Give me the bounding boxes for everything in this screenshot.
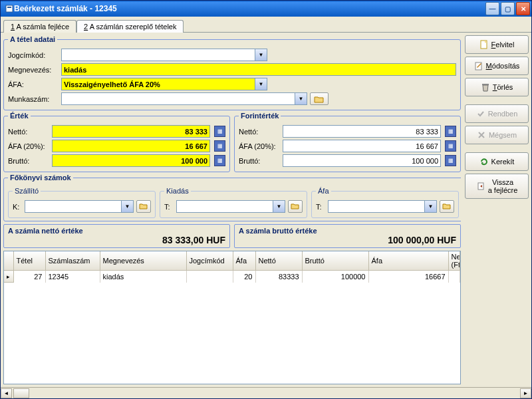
afa-combo[interactable]: ▼	[61, 78, 267, 90]
chevron-down-icon[interactable]: ▼	[273, 200, 285, 213]
megnevezes-label: Megnevezés:	[8, 66, 59, 74]
col-afa-perc[interactable]: Áfa	[233, 251, 255, 271]
trash-icon	[481, 82, 490, 92]
col-afa[interactable]: Áfa	[368, 251, 448, 271]
chevron-down-icon[interactable]: ▼	[295, 92, 307, 105]
afa-account-group: Áfa T: ▼	[311, 187, 459, 218]
maximize-button[interactable]: ▢	[501, 2, 515, 15]
afa-account-lookup[interactable]	[440, 200, 454, 213]
calculator-icon[interactable]: ▦	[445, 155, 456, 166]
summary-brutto: A számla bruttó értéke 100 000,00 HUF	[234, 224, 461, 248]
cell-brutto: 100000	[302, 271, 368, 283]
summary-netto-value: 83 333,00 HUF	[8, 235, 225, 245]
fokonyvi-legend: Főkönyvi számok	[8, 174, 73, 182]
titlebar[interactable]: Beérkezett számlák - 12345 — ▢ ✕	[1, 1, 531, 17]
szallito-combo[interactable]: ▼	[25, 200, 134, 213]
calculator-icon[interactable]: ▦	[214, 126, 225, 137]
calculator-icon[interactable]: ▦	[214, 155, 225, 166]
tab-items[interactable]: 2 A számlán szereplő tételek	[76, 20, 184, 33]
kerekit-button[interactable]: Kerekít	[465, 152, 529, 171]
afa-huf-label: ÁFA (20%):	[239, 142, 280, 150]
afa-input[interactable]	[61, 78, 255, 90]
chevron-down-icon[interactable]: ▼	[255, 78, 267, 90]
netto-huf-label: Nettó:	[239, 128, 280, 136]
netto-input[interactable]	[52, 125, 210, 138]
rendben-button[interactable]: Rendben	[465, 104, 529, 123]
cell-jogcimkod	[186, 271, 233, 283]
col-brutto[interactable]: Bruttó	[302, 251, 368, 271]
ertek-group: Érték Nettó:▦ ÁFA (20%):▦ Bruttó:▦	[3, 112, 230, 172]
afa-account-combo[interactable]: ▼	[328, 200, 437, 213]
afa-huf-input[interactable]	[283, 140, 441, 152]
items-grid[interactable]: Tétel Számlaszám Megnevezés Jogcímkód Áf…	[3, 251, 461, 384]
chevron-down-icon[interactable]: ▼	[255, 49, 267, 61]
afa-amount-input[interactable]	[52, 140, 210, 152]
jogcimkod-label: Jogcímkód:	[8, 51, 59, 59]
check-icon	[476, 109, 485, 118]
netto-huf-input[interactable]	[283, 125, 441, 138]
scroll-right-icon[interactable]: ►	[520, 388, 531, 398]
svg-rect-1	[7, 7, 11, 8]
cell-afa: 16667	[368, 271, 448, 283]
calculator-icon[interactable]: ▦	[214, 140, 225, 152]
close-button[interactable]: ✕	[516, 2, 530, 15]
calculator-icon[interactable]: ▦	[445, 126, 456, 137]
kiadas-lookup[interactable]	[288, 200, 303, 213]
grid-rowhead	[4, 251, 13, 271]
afa-account-input[interactable]	[328, 200, 425, 213]
svg-rect-4	[482, 84, 489, 85]
jogcimkod-input[interactable]	[61, 49, 255, 61]
ertek-legend: Érték	[8, 112, 31, 120]
col-jogcimkod[interactable]: Jogcímkód	[186, 251, 233, 271]
brutto-huf-input[interactable]	[283, 154, 441, 167]
megsem-button[interactable]: Mégsem	[465, 126, 529, 144]
table-row[interactable]: ▸ 27 12345 kiadás 20 83333 100000 16667	[4, 271, 460, 283]
row-indicator-icon: ▸	[4, 271, 13, 283]
svg-rect-0	[6, 5, 13, 12]
col-netto-ft[interactable]: Nettó (Ft)	[448, 251, 460, 271]
munkaszam-input[interactable]	[61, 92, 295, 105]
cell-megnevezes: kiadás	[100, 271, 186, 283]
szallito-input[interactable]	[25, 200, 122, 213]
afa-t-label: T:	[316, 203, 325, 211]
megnevezes-input[interactable]	[61, 63, 456, 76]
kiadas-input[interactable]	[176, 200, 273, 213]
action-sidebar: FFelvitelelvitel Módosítás Törlés Rendbe…	[465, 35, 529, 384]
scroll-left-icon[interactable]: ◄	[1, 388, 12, 398]
torles-button[interactable]: Törlés	[465, 78, 529, 96]
afa-label: ÁFA:	[8, 80, 59, 88]
afa-account-legend: Áfa	[316, 187, 331, 195]
summary-brutto-value: 100 000,00 HUF	[239, 235, 456, 245]
munkaszam-label: Munkaszám:	[8, 95, 59, 103]
vissza-button[interactable]: Visszaa fejlécre	[465, 174, 529, 199]
folder-open-button[interactable]	[310, 92, 329, 105]
fokonyvi-group: Főkönyvi számok Szállító K: ▼ Kiadás T: …	[3, 174, 461, 221]
chevron-down-icon[interactable]: ▼	[122, 200, 134, 213]
invoice-window: Beérkezett számlák - 12345 — ▢ ✕ 1 A szá…	[0, 0, 532, 399]
col-netto[interactable]: Nettó	[255, 251, 302, 271]
horizontal-scrollbar[interactable]: ◄ ►	[1, 387, 531, 398]
calculator-icon[interactable]: ▦	[445, 140, 456, 152]
summary-netto-label: A számla nettó értéke	[8, 227, 225, 235]
jogcimkod-combo[interactable]: ▼	[61, 49, 267, 61]
cancel-icon	[477, 130, 486, 140]
forintertek-legend: Forintérték	[239, 112, 281, 120]
col-tetel[interactable]: Tétel	[13, 251, 45, 271]
col-szamlaszam[interactable]: Számlaszám	[45, 251, 100, 271]
szallito-legend: Szállító	[13, 187, 41, 195]
brutto-input[interactable]	[52, 154, 210, 167]
item-data-legend: A tétel adatai	[8, 35, 57, 43]
kiadas-combo[interactable]: ▼	[176, 200, 285, 213]
cell-szamlaszam: 12345	[45, 271, 100, 283]
munkaszam-combo[interactable]: ▼	[61, 92, 307, 105]
scroll-thumb[interactable]	[13, 388, 29, 398]
modositas-button[interactable]: Módosítás	[465, 57, 529, 75]
minimize-button[interactable]: —	[485, 2, 499, 15]
kiadas-legend: Kiadás	[164, 187, 191, 195]
chevron-down-icon[interactable]: ▼	[425, 200, 437, 213]
tab-header[interactable]: 1 A számla fejléce	[3, 20, 76, 33]
felvitel-button[interactable]: FFelvitelelvitel	[465, 35, 529, 54]
col-megnevezes[interactable]: Megnevezés	[100, 251, 186, 271]
brutto-huf-label: Bruttó:	[239, 157, 280, 165]
szallito-lookup[interactable]	[136, 200, 151, 213]
